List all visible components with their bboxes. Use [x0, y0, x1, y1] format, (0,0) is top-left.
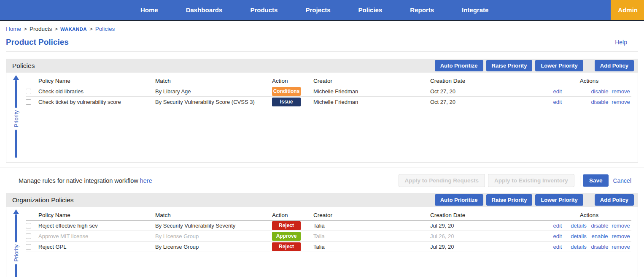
priority-gutter: Priority: [6, 73, 26, 162]
help-link[interactable]: Help: [615, 39, 627, 46]
remove-link[interactable]: remove: [612, 99, 630, 105]
apply-pending-requests-button[interactable]: Apply to Pending Requests: [399, 174, 485, 187]
row-checkbox[interactable]: [26, 99, 31, 105]
apply-existing-inventory-button[interactable]: Apply to Existing Inventory: [488, 174, 574, 187]
breadcrumb-home[interactable]: Home: [6, 26, 21, 32]
raise-priority-button[interactable]: Raise Priority: [486, 194, 533, 206]
col-header-policy-name: Policy Name: [38, 212, 155, 218]
breadcrumb-policies[interactable]: Policies: [95, 26, 115, 32]
disable-link[interactable]: disable: [591, 223, 608, 229]
lower-priority-button[interactable]: Lower Priority: [535, 60, 583, 71]
button-divider: [589, 195, 589, 205]
raise-priority-button[interactable]: Raise Priority: [486, 60, 533, 71]
details-link[interactable]: details: [571, 244, 587, 250]
row-checkbox[interactable]: [26, 89, 31, 94]
col-header-action: Action: [272, 78, 313, 84]
col-header-actions: Actions: [547, 78, 631, 84]
page-title: Product Policies: [6, 38, 69, 47]
title-divider: [6, 51, 638, 52]
table-row: Reject GPL By License Group Reject Talia…: [26, 242, 631, 252]
table-header-row: Policy Name Match Action Creator Creatio…: [26, 76, 631, 86]
edit-link[interactable]: edit: [553, 99, 562, 105]
disable-link[interactable]: disable: [591, 99, 608, 105]
action-badge-conditions[interactable]: Conditions: [272, 87, 301, 96]
edit-link[interactable]: edit: [553, 244, 562, 250]
product-policies-header: Policies Auto Prioritize Raise Priority …: [6, 59, 638, 73]
priority-arrow-line: [15, 214, 17, 242]
col-header-action: Action: [272, 212, 313, 218]
action-badge-issue[interactable]: Issue: [272, 98, 301, 106]
edit-link[interactable]: edit: [553, 88, 562, 95]
col-header-creation-date: Creation Date: [430, 212, 547, 218]
priority-arrow-head-icon: [13, 75, 19, 80]
action-badge-reject[interactable]: Reject: [272, 221, 301, 230]
remove-link[interactable]: remove: [612, 233, 630, 239]
lower-priority-button[interactable]: Lower Priority: [535, 194, 583, 206]
edit-link[interactable]: edit: [553, 233, 562, 239]
priority-arrow-head-icon: [13, 209, 19, 214]
cancel-link[interactable]: Cancel: [613, 177, 631, 184]
save-button[interactable]: Save: [583, 174, 609, 187]
product-policies-table: Policy Name Match Action Creator Creatio…: [26, 76, 638, 162]
auto-prioritize-button[interactable]: Auto Prioritize: [435, 194, 483, 206]
nav-item-projects[interactable]: Projects: [291, 0, 344, 20]
breadcrumb-products[interactable]: Products: [30, 26, 52, 32]
manage-rules-text: Manage rules for native integration work…: [19, 177, 152, 184]
nav-item-admin[interactable]: Admin: [611, 0, 644, 20]
remove-link[interactable]: remove: [612, 244, 630, 250]
disable-link[interactable]: disable: [591, 88, 608, 95]
priority-arrow: Priority: [13, 209, 19, 277]
add-policy-button[interactable]: Add Policy: [595, 194, 634, 206]
disable-link[interactable]: disable: [591, 244, 608, 250]
row-checkbox[interactable]: [26, 223, 31, 228]
col-header-creation-date: Creation Date: [430, 78, 547, 84]
breadcrumb-separator: >: [54, 26, 58, 32]
policy-creator: Talia: [313, 233, 430, 239]
priority-label: Priority: [13, 110, 19, 127]
remove-link[interactable]: remove: [612, 223, 630, 229]
table-row: Check ticket by vulnerability score By S…: [26, 97, 631, 107]
auto-prioritize-button[interactable]: Auto Prioritize: [435, 60, 483, 71]
nav-item-dashboards[interactable]: Dashboards: [172, 0, 237, 20]
edit-link[interactable]: edit: [553, 223, 562, 229]
button-divider: [580, 176, 580, 186]
enable-link[interactable]: enable: [591, 233, 608, 239]
policy-match: By License Group: [155, 233, 272, 239]
row-checkbox[interactable]: [26, 244, 31, 250]
policy-match: By License Group: [155, 244, 272, 250]
top-nav-bar: Home Dashboards Products Projects Polici…: [0, 0, 644, 21]
policy-creation-date: Oct 27, 20: [430, 99, 547, 105]
policy-creation-date: Jul 26, 20: [430, 233, 547, 239]
row-checkbox[interactable]: [26, 234, 31, 239]
priority-label: Priority: [13, 244, 19, 261]
organization-policies-header: Organization Policies Auto Prioritize Ra…: [6, 193, 638, 207]
policy-name: Reject GPL: [38, 244, 155, 250]
nav-item-home[interactable]: Home: [127, 0, 172, 20]
add-policy-button[interactable]: Add Policy: [595, 60, 634, 71]
col-header-policy-name: Policy Name: [38, 78, 155, 84]
manage-rules-here-link[interactable]: here: [140, 177, 152, 184]
action-badge-reject[interactable]: Reject: [272, 242, 301, 251]
policy-match: By Security Vulnerability Severity: [155, 223, 272, 229]
nav-item-reports[interactable]: Reports: [396, 0, 448, 20]
breadcrumb-separator: >: [89, 26, 93, 32]
policy-name: Reject effective high sev: [38, 223, 155, 229]
breadcrumb-product-name[interactable]: WAKANDA: [60, 27, 87, 32]
details-link[interactable]: details: [571, 223, 587, 229]
details-link[interactable]: details: [571, 233, 587, 239]
action-badge-approve[interactable]: Approve: [272, 232, 301, 241]
nav-item-policies[interactable]: Policies: [345, 0, 396, 20]
nav-item-products[interactable]: Products: [236, 0, 291, 20]
manage-rules-bar: Manage rules for native integration work…: [0, 168, 644, 193]
priority-arrow-line: [15, 80, 17, 108]
policy-creator: Michelle Friedman: [313, 88, 430, 95]
priority-gutter: Priority: [6, 207, 26, 277]
nav-items: Home Dashboards Products Projects Polici…: [127, 0, 502, 20]
breadcrumb-separator: >: [24, 26, 27, 32]
priority-arrow-line: [15, 264, 17, 277]
policy-creator: Talia: [313, 223, 430, 229]
remove-link[interactable]: remove: [612, 88, 630, 95]
nav-item-integrate[interactable]: Integrate: [448, 0, 502, 20]
policy-creator: Talia: [313, 244, 430, 250]
table-row-disabled: Approve MIT license By License Group App…: [26, 231, 631, 242]
